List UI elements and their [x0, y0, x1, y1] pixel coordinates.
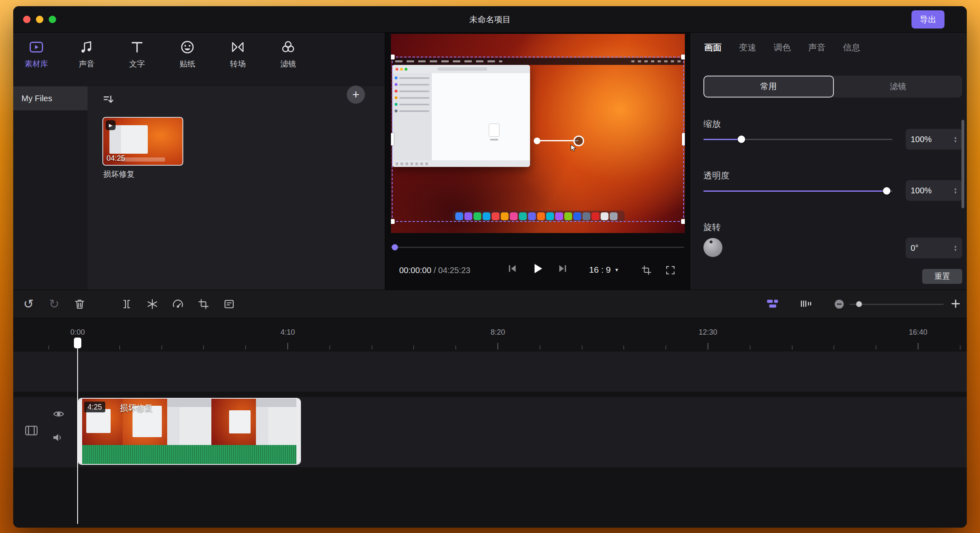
tab-media-library[interactable]: 素材库 [18, 39, 54, 86]
rotation-knob[interactable] [703, 238, 722, 257]
tab-filter[interactable]: 滤镜 [270, 39, 306, 86]
delete-button[interactable] [71, 295, 88, 313]
tab-text[interactable]: 文字 [119, 39, 155, 86]
selection-handle-bottom-left[interactable] [391, 219, 395, 224]
preview-panel: 00:00:00 / 04:25:23 16 : 9 ▼ [385, 33, 690, 290]
library-sidebar: My Files [13, 86, 88, 290]
ruler-label: 12:30 [698, 328, 717, 337]
project-title: 未命名项目 [13, 6, 967, 33]
mode-segmented-control: 常用 滤镜 [703, 76, 962, 98]
track-view-toggle[interactable] [799, 298, 812, 309]
stepper-arrows-icon[interactable]: ▲▼ [954, 136, 957, 143]
track-mute-toggle[interactable] [52, 433, 64, 443]
stepper-arrows-icon[interactable]: ▲▼ [954, 245, 957, 252]
overlay-track-lane[interactable] [13, 352, 967, 392]
preview-stage [385, 33, 690, 236]
opacity-value-stepper[interactable]: 100% ▲▼ [906, 180, 962, 201]
opacity-slider[interactable] [703, 187, 892, 195]
fullscreen-button[interactable] [665, 265, 676, 276]
finder-content [432, 73, 530, 160]
finder-zoom-dot [405, 68, 407, 71]
aspect-ratio-dropdown[interactable]: 16 : 9 ▼ [589, 265, 619, 275]
transform-anchor-dot[interactable] [534, 138, 540, 144]
split-clip-button[interactable] [118, 295, 135, 313]
video-track-icon [24, 424, 39, 437]
media-item-card[interactable]: ▶ 04:25 [102, 117, 183, 166]
video-canvas[interactable] [391, 34, 685, 233]
mode-tab-common[interactable]: 常用 [703, 76, 834, 98]
main-track-lane[interactable]: 4:25 损坏修复 [13, 397, 967, 467]
media-duration: 04:25 [107, 154, 125, 163]
scale-slider[interactable] [703, 136, 892, 143]
selection-handle-mid-right[interactable] [682, 133, 685, 145]
redo-button[interactable]: ↻ [45, 295, 63, 313]
timeline-zoom-thumb[interactable] [856, 301, 862, 307]
clip-name: 损坏修复 [120, 402, 153, 414]
tab-label: 文字 [129, 59, 145, 69]
timeline-ruler[interactable]: 0:00 4:10 8:20 12:30 16:40 [13, 318, 967, 350]
app-window: 未命名项目 导出 素材库 声音 文字 [13, 6, 967, 528]
add-media-button[interactable]: + [347, 86, 365, 104]
progress-track[interactable] [391, 247, 684, 248]
tab-picture[interactable]: 画面 [704, 42, 722, 53]
play-badge-icon: ▶ [106, 120, 116, 130]
tab-sound[interactable]: 声音 [808, 42, 826, 53]
tab-label: 转场 [230, 59, 246, 69]
tab-label: 声音 [79, 59, 95, 69]
mode-tab-filter[interactable]: 滤镜 [834, 76, 963, 98]
speed-button[interactable] [169, 295, 187, 313]
chevron-down-icon: ▼ [615, 267, 619, 272]
sidebar-item-my-files[interactable]: My Files [13, 86, 88, 110]
timeline-zoom-slider[interactable] [850, 304, 944, 305]
ruler-major-ticks [13, 343, 967, 350]
clip-audio-waveform [78, 445, 300, 464]
freeze-frame-button[interactable] [144, 295, 161, 313]
finder-pathbar [392, 160, 530, 167]
scale-value: 100% [911, 135, 932, 144]
transform-control-line [537, 140, 578, 141]
undo-button[interactable]: ↺ [20, 295, 37, 313]
text-icon [129, 39, 145, 55]
track-visibility-toggle[interactable] [53, 409, 64, 419]
rotation-value: 0° [911, 243, 918, 253]
tab-color[interactable]: 调色 [774, 42, 791, 53]
export-button[interactable]: 导出 [911, 10, 944, 29]
inspector-scrollbar[interactable] [961, 120, 964, 208]
magnetic-timeline-toggle[interactable] [766, 298, 781, 309]
tab-transition[interactable]: 转场 [220, 39, 256, 86]
next-frame-button[interactable] [557, 263, 568, 274]
tab-label: 滤镜 [280, 59, 296, 69]
desktop-background: 未命名项目 导出 素材库 声音 文字 [0, 0, 980, 533]
zoom-out-button[interactable] [834, 299, 845, 309]
mouse-cursor [569, 144, 578, 152]
sort-icon[interactable] [102, 93, 115, 105]
selection-handle-bottom-right[interactable] [681, 219, 685, 224]
tab-speed[interactable]: 变速 [739, 42, 756, 53]
clip-duration-badge: 4:25 [84, 402, 105, 412]
zoom-in-button[interactable] [950, 298, 961, 309]
timeline-clip[interactable]: 4:25 损坏修复 [78, 398, 301, 465]
main-row: 素材库 声音 文字 贴纸 [13, 33, 967, 290]
progress-thumb[interactable] [392, 244, 398, 250]
reset-button[interactable]: 重置 [922, 269, 962, 284]
finder-body [392, 73, 530, 160]
ruler-label: 4:10 [280, 328, 295, 337]
transport-bar: 00:00:00 / 04:25:23 16 : 9 ▼ [385, 258, 690, 290]
crop-button[interactable] [195, 295, 212, 313]
previous-frame-button[interactable] [507, 263, 518, 274]
tab-sticker[interactable]: 贴纸 [169, 39, 206, 86]
rotation-value-stepper[interactable]: 0° ▲▼ [906, 238, 962, 258]
opacity-slider-track [703, 190, 892, 192]
play-button[interactable] [530, 262, 544, 276]
annotation-button[interactable] [220, 295, 238, 313]
scale-value-stepper[interactable]: 100% ▲▼ [906, 129, 962, 150]
canvas-fit-button[interactable] [641, 265, 652, 276]
tab-audio[interactable]: 声音 [69, 39, 105, 86]
stepper-arrows-icon[interactable]: ▲▼ [954, 187, 957, 194]
tab-info[interactable]: 信息 [843, 42, 860, 53]
thumbnail-window-shape [109, 125, 147, 153]
scale-slider-thumb[interactable] [738, 136, 745, 143]
ruler-label: 16:40 [909, 328, 927, 337]
opacity-slider-thumb[interactable] [883, 187, 890, 195]
inspector-tabs: 画面 变速 调色 声音 信息 [704, 42, 860, 53]
